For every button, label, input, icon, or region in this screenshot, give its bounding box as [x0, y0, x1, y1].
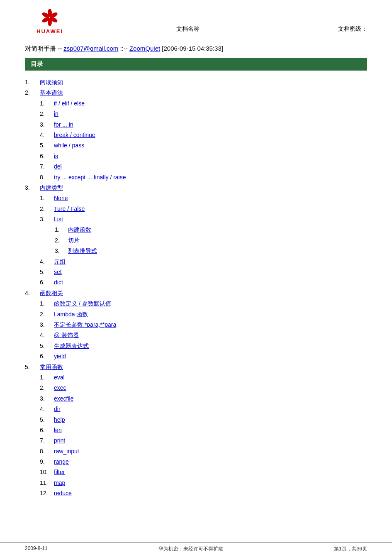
toc-item-num: 1. — [25, 193, 54, 203]
toc-item-link[interactable]: break / continue — [54, 130, 95, 139]
toc-item: 4.元组 — [25, 257, 367, 266]
toc-item-link[interactable]: 内建类型 — [40, 183, 63, 192]
toc-item-num: 2. — [25, 383, 54, 392]
toc-item-link[interactable]: 切片 — [68, 236, 80, 245]
logo-area: HUAWEI — [25, 7, 75, 34]
toc-item-link[interactable]: map — [54, 478, 65, 487]
toc-item-link[interactable]: yield — [54, 352, 66, 361]
toc-item-link[interactable]: print — [54, 436, 65, 445]
toc-item-link[interactable]: range — [54, 457, 69, 466]
toc-item-link[interactable]: is — [54, 152, 58, 161]
toc-item: 1.None — [25, 193, 367, 203]
toc-item-num: 2. — [25, 88, 40, 97]
doc-title-prefix: 对简明手册 -- — [25, 45, 63, 52]
toc-item-link[interactable]: reduce — [54, 489, 72, 498]
toc-header: 目录 — [25, 58, 367, 71]
toc-item-num: 5. — [25, 341, 54, 350]
toc-item: 3.List — [25, 215, 367, 224]
toc-item: 3.内建类型 — [25, 183, 367, 192]
toc-item-link[interactable]: try ... except ... finally / raise — [54, 173, 126, 182]
toc-item-link[interactable]: 内建函数 — [68, 225, 91, 234]
toc-item-num: 1. — [25, 299, 54, 308]
toc-item-link[interactable]: @ 装饰器 — [54, 330, 79, 340]
toc-item: 4.break / continue — [25, 130, 367, 139]
toc-item-link[interactable]: len — [54, 425, 62, 435]
toc-item-num: 11. — [25, 478, 54, 487]
toc-item: 1.阅读须知 — [25, 78, 367, 87]
toc-item-link[interactable]: del — [54, 162, 62, 171]
toc-item-num: 8. — [25, 447, 54, 456]
toc-item-link[interactable]: 列表推导式 — [68, 246, 97, 255]
toc-item: 8.try ... except ... finally / raise — [25, 173, 367, 182]
toc-item-link[interactable]: raw_input — [54, 447, 79, 456]
toc-item: 4.@ 装饰器 — [25, 330, 367, 340]
doc-title-separator: ::-- — [118, 45, 129, 52]
toc-item: 2.exec — [25, 383, 367, 392]
toc-item-num: 5. — [25, 362, 40, 372]
toc-item-num: 5. — [25, 141, 54, 150]
toc-item-num: 10. — [25, 467, 54, 477]
email-link[interactable]: zsp007@gmail.com — [63, 45, 118, 52]
toc-item-num: 12. — [25, 489, 54, 498]
toc-item-link[interactable]: Ture / False — [54, 204, 85, 213]
toc-item: 5.生成器表达式 — [25, 341, 367, 350]
toc-item-link[interactable]: Lambda 函数 — [54, 310, 88, 319]
toc-item-link[interactable]: 生成器表达式 — [54, 341, 89, 350]
zoomquiet-link[interactable]: ZoomQuiet — [129, 45, 160, 52]
toc-item: 5.常用函数 — [25, 362, 367, 372]
toc-item-link[interactable]: dict — [54, 278, 63, 287]
toc-item-num: 7. — [25, 162, 54, 171]
toc-item-num: 4. — [25, 289, 40, 298]
doc-title-line: 对简明手册 -- zsp007@gmail.com ::-- ZoomQuiet… — [25, 45, 367, 53]
toc-item-link[interactable]: 函数定义 / 参数默认值 — [54, 299, 111, 308]
toc-item: 2.Lambda 函数 — [25, 310, 367, 319]
toc-item: 2.in — [25, 109, 367, 118]
toc-item: 12.reduce — [25, 489, 367, 498]
toc-item-link[interactable]: List — [54, 215, 63, 224]
header-doc-name: 文档名称 — [75, 25, 301, 34]
toc-item-link[interactable]: 元组 — [54, 257, 66, 266]
toc-item-link[interactable]: if / elif / else — [54, 99, 85, 108]
toc-item-num: 6. — [25, 425, 54, 435]
toc-item-link[interactable]: in — [54, 109, 58, 118]
toc-item: 9.range — [25, 457, 367, 466]
toc-item: 5.while / pass — [25, 141, 367, 150]
toc-item-link[interactable]: 不定长参数 *para,**para — [54, 320, 116, 329]
toc-item-num: 9. — [25, 457, 54, 466]
toc-item-num: 3. — [25, 215, 54, 224]
toc-item: 2.切片 — [25, 236, 367, 245]
toc-item-num: 2. — [25, 109, 54, 118]
toc-item: 1.内建函数 — [25, 225, 367, 234]
toc-item-link[interactable]: for ... in — [54, 120, 73, 129]
toc-item-link[interactable]: eval — [54, 373, 65, 382]
toc-item: 6.yield — [25, 352, 367, 361]
header-doc-secret: 文档密级： — [301, 25, 367, 34]
toc-item: 5.set — [25, 267, 367, 276]
toc-item-num: 3. — [25, 394, 54, 403]
toc-item-link[interactable]: None — [54, 193, 68, 203]
toc-item-link[interactable]: 基本语法 — [40, 88, 63, 97]
toc-item-link[interactable]: while / pass — [54, 141, 84, 150]
toc-item-link[interactable]: 常用函数 — [40, 362, 63, 372]
toc-item: 5.help — [25, 415, 367, 424]
toc-item-num: 3. — [25, 320, 54, 329]
toc-item-num: 6. — [25, 278, 54, 287]
toc-item-num: 4. — [25, 130, 54, 139]
toc-item-num: 3. — [25, 183, 40, 192]
toc-item-num: 1. — [25, 373, 54, 382]
toc-item-num: 6. — [25, 352, 54, 361]
toc-item: 2.基本语法 — [25, 88, 367, 97]
toc-item-link[interactable]: execfile — [54, 394, 73, 403]
toc-item-link[interactable]: exec — [54, 383, 66, 392]
footer-date: 2009-8-11 — [25, 545, 48, 553]
footer: 2009-8-11 华为机密，未经许可不得扩散 第1页，共36页 — [0, 543, 392, 555]
toc-item-link[interactable]: help — [54, 415, 65, 424]
toc-item-link[interactable]: 阅读须知 — [40, 78, 63, 87]
toc-item-link[interactable]: set — [54, 267, 62, 276]
toc-item-link[interactable]: dir — [54, 404, 61, 413]
toc-item-link[interactable]: filter — [54, 467, 65, 477]
toc-item-num: 1. — [25, 225, 68, 234]
toc-item-link[interactable]: 函数相关 — [40, 289, 63, 298]
toc-container: 1.阅读须知2.基本语法1.if / elif / else2.in3.for … — [25, 75, 367, 501]
toc-item-num: 3. — [25, 246, 68, 255]
